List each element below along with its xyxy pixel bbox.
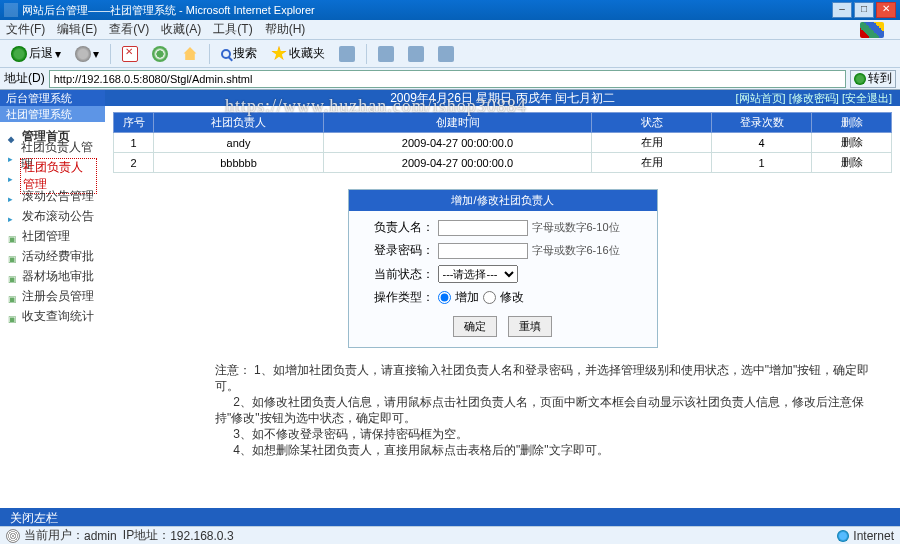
home-button[interactable] [177, 43, 203, 65]
name-label: 负责人名： [359, 219, 434, 236]
edit-button[interactable] [433, 43, 459, 65]
menu-tools[interactable]: 工具(T) [213, 21, 252, 38]
maximize-button[interactable]: □ [854, 2, 874, 18]
refresh-icon [152, 46, 168, 62]
ip-value: 192.168.0.3 [170, 529, 233, 543]
sidebar-item-finance-stats[interactable]: 收支查询统计 [0, 306, 105, 326]
sidebar-item-equipment[interactable]: 器材场地审批 [0, 266, 105, 286]
app-icon [4, 3, 18, 17]
pwd-label: 登录密码： [359, 242, 434, 259]
status-select[interactable]: ---请选择--- [438, 265, 518, 283]
leader-name-cell[interactable]: bbbbbb [154, 153, 324, 173]
radio-add[interactable] [438, 291, 451, 304]
th-leader: 社团负责人 [154, 113, 324, 133]
ip-label: IP地址： [123, 527, 170, 544]
close-button[interactable]: ✕ [876, 2, 896, 18]
delete-link[interactable]: 删除 [812, 153, 892, 173]
history-button[interactable] [334, 43, 360, 65]
box-icon [8, 311, 18, 321]
back-button[interactable]: 后退▾ [6, 42, 66, 65]
doc-icon [8, 171, 16, 181]
sidebar-item-leaders-selected[interactable]: 社团负责人管理 [0, 166, 105, 186]
zone-text: Internet [853, 529, 894, 543]
delete-link[interactable]: 删除 [812, 133, 892, 153]
top-links[interactable]: [网站首页] [修改密码] [安全退出] [736, 91, 892, 106]
address-label: 地址(D) [4, 70, 45, 87]
sidebar-item-activity-fee[interactable]: 活动经费审批 [0, 246, 105, 266]
close-left-link[interactable]: 关闭左栏 [10, 511, 58, 525]
user-value: admin [84, 529, 117, 543]
history-icon [339, 46, 355, 62]
search-icon [221, 49, 231, 59]
window-title: 网站后台管理——社团管理系统 - Microsoft Internet Expl… [22, 3, 832, 18]
pwd-input[interactable] [438, 243, 528, 259]
sidebar-item-notice-mgmt[interactable]: 滚动公告管理 [0, 186, 105, 206]
box-icon [8, 231, 18, 241]
table-row: 2 bbbbbb 2009-04-27 00:00:00.0 在用 1 删除 [114, 153, 892, 173]
forward-icon [75, 46, 91, 62]
date-text: 2009年4月26日 星期日 丙戌年 闰七月初二 [390, 90, 615, 107]
menu-edit[interactable]: 编辑(E) [57, 21, 97, 38]
address-input[interactable] [49, 70, 846, 88]
refresh-button[interactable] [147, 43, 173, 65]
address-bar: 地址(D) 转到 [0, 68, 900, 90]
sidebar-item-publish-notice[interactable]: 发布滚动公告 [0, 206, 105, 226]
stop-icon [122, 46, 138, 62]
window-titlebar: 网站后台管理——社团管理系统 - Microsoft Internet Expl… [0, 0, 900, 20]
sidebar-item-member-mgmt[interactable]: 注册会员管理 [0, 286, 105, 306]
table-row: 1 andy 2009-04-27 00:00:00.0 在用 4 删除 [114, 133, 892, 153]
top-info-bar: 2009年4月26日 星期日 丙戌年 闰七月初二 [网站首页] [修改密码] [… [105, 90, 900, 106]
windows-flag-icon [860, 22, 884, 38]
minimize-button[interactable]: – [832, 2, 852, 18]
th-delete: 删除 [812, 113, 892, 133]
back-icon [11, 46, 27, 62]
leader-name-cell[interactable]: andy [154, 133, 324, 153]
th-created: 创建时间 [324, 113, 592, 133]
go-button[interactable]: 转到 [850, 70, 896, 88]
toolbar: 后退▾ ▾ 搜索 收藏夹 [0, 40, 900, 68]
doc-icon [8, 151, 17, 161]
box-icon [8, 251, 18, 261]
mail-button[interactable] [373, 43, 399, 65]
box-icon [8, 291, 18, 301]
name-input[interactable] [438, 220, 528, 236]
pwd-hint: 字母或数字6-16位 [532, 243, 620, 258]
form-title: 增加/修改社团负责人 [349, 190, 657, 211]
menu-file[interactable]: 文件(F) [6, 21, 45, 38]
edit-icon [438, 46, 454, 62]
star-icon [271, 46, 287, 62]
bottom-bar: 关闭左栏 [0, 508, 900, 526]
name-hint: 字母或数字6-10位 [532, 220, 620, 235]
th-index: 序号 [114, 113, 154, 133]
notes-head: 注意： [215, 363, 251, 377]
forward-button[interactable]: ▾ [70, 43, 104, 65]
mail-icon [378, 46, 394, 62]
main-panel: 2009年4月26日 星期日 丙戌年 闰七月初二 [网站首页] [修改密码] [… [105, 90, 900, 508]
print-icon [408, 46, 424, 62]
globe-icon [837, 530, 849, 542]
favorites-button[interactable]: 收藏夹 [266, 42, 330, 65]
status-label: 当前状态： [359, 266, 434, 283]
user-label: 当前用户： [24, 527, 84, 544]
leaders-table: 序号 社团负责人 创建时间 状态 登录次数 删除 1 andy 2009-04-… [113, 112, 892, 173]
print-button[interactable] [403, 43, 429, 65]
search-button[interactable]: 搜索 [216, 42, 262, 65]
radio-modify[interactable] [483, 291, 496, 304]
sidebar-item-club-mgmt[interactable]: 社团管理 [0, 226, 105, 246]
doc-icon [8, 191, 18, 201]
menu-help[interactable]: 帮助(H) [265, 21, 306, 38]
home-icon [182, 46, 198, 62]
box-icon [8, 271, 18, 281]
reset-button[interactable]: 重填 [508, 316, 552, 337]
doc-icon [8, 211, 18, 221]
th-status: 状态 [592, 113, 712, 133]
sidebar-header-2: 社团管理系统 [0, 106, 105, 122]
go-arrow-icon [854, 73, 866, 85]
stop-button[interactable] [117, 43, 143, 65]
sidebar-header-1: 后台管理系统 [0, 90, 105, 106]
optype-label: 操作类型： [359, 289, 434, 306]
menu-favorites[interactable]: 收藏(A) [161, 21, 201, 38]
ok-button[interactable]: 确定 [453, 316, 497, 337]
menubar: 文件(F) 编辑(E) 查看(V) 收藏(A) 工具(T) 帮助(H) [0, 20, 900, 40]
menu-view[interactable]: 查看(V) [109, 21, 149, 38]
